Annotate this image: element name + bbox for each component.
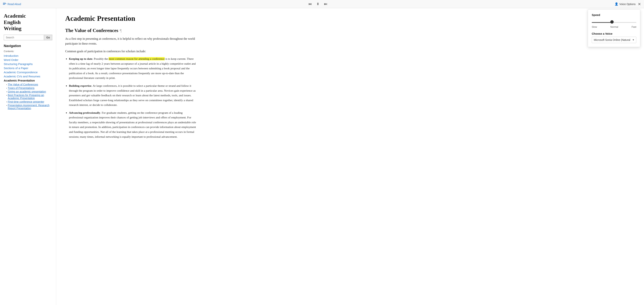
nav-title: Navigation: [4, 44, 52, 48]
nav-item-word-order: Word Order: [4, 58, 52, 62]
search-input[interactable]: [4, 35, 44, 40]
paragraph-2: Common goals of participation in confere…: [65, 49, 197, 54]
nav-sub-link-giving[interactable]: Giving an academic presentation: [8, 90, 46, 93]
speed-slider-wrap: [592, 20, 636, 24]
prev-button[interactable]: ⏮: [308, 2, 312, 6]
bullet-term-1: Keeping up to date: [69, 57, 92, 60]
voice-options-label: Voice Options: [620, 2, 636, 6]
nav-sub-item-types: Types of Presentations: [6, 86, 52, 90]
nav-item-presentation: Academic Presentation The Value of Confe…: [4, 79, 52, 110]
bullet-term-3: Advancing professionally: [69, 111, 100, 114]
sidebar-title: Academic English Writing: [4, 13, 52, 32]
nav-sub-item-conferences: The Value of Conferences: [6, 83, 52, 86]
read-aloud-label: Read Aloud: [8, 2, 21, 6]
voice-select-wrap: Microsoft Sonia Online (Natural) – ▼: [592, 37, 636, 43]
voice-options-button[interactable]: 👤 Voice Options: [614, 2, 636, 6]
fast-label: Fast: [632, 26, 636, 28]
nav-sub-link-types[interactable]: Types of Presentations: [8, 86, 34, 90]
voice-select[interactable]: Microsoft Sonia Online (Natural) –: [592, 37, 636, 43]
nav-sub-link-first-time[interactable]: First-time conference presenter: [8, 100, 44, 103]
section-title: The Value of Conferences ¶: [65, 28, 197, 33]
speed-section: Speed Slow Normal Fast: [592, 13, 636, 28]
close-button[interactable]: ✕: [638, 2, 641, 6]
nav-link-sections[interactable]: Sections of a Paper: [4, 66, 28, 70]
pilcrow-icon: ¶: [120, 28, 122, 33]
nav-link-cvs[interactable]: Academic CVs and Resumes: [4, 75, 40, 78]
sidebar-title-line1: Academic: [4, 13, 26, 19]
nav-item-sections: Sections of a Paper: [4, 66, 52, 70]
bullet-keeping-up: Keeping up to date. Possibly the most co…: [69, 56, 197, 80]
nav-list: Introduction Word Order Structuring Para…: [4, 54, 52, 110]
nav-sub-link-conferences[interactable]: The Value of Conferences: [8, 83, 38, 86]
choose-voice-label: Choose a Voice: [592, 32, 636, 35]
nav-item-structuring: Structuring Paragraphs: [4, 62, 52, 66]
highlighted-text: most common reason for attending a confe…: [109, 57, 165, 60]
voice-panel: Speed Slow Normal Fast Choose a Voice Mi…: [588, 9, 640, 47]
nav-link-correspondence[interactable]: Academic Correspondence: [4, 71, 38, 74]
page-title: Academic Presentation: [65, 14, 197, 22]
nav-sub-link-assignment[interactable]: Presentation Assignment: Research Report…: [8, 104, 52, 110]
normal-label: Normal: [610, 26, 618, 28]
bullet-building-expertise: Building expertise. At large conferences…: [69, 83, 197, 107]
search-button[interactable]: Go: [44, 35, 52, 40]
speed-slider[interactable]: [592, 22, 636, 23]
bullet-term-2: Building expertise: [69, 84, 92, 87]
sidebar-title-line2: English: [4, 19, 20, 25]
slow-label: Slow: [592, 26, 597, 28]
nav-sub-item-best-practices: Best Practices for Preparing an Academic…: [6, 94, 52, 100]
nav-sub-link-best-practices[interactable]: Best Practices for Preparing an Academic…: [8, 94, 52, 100]
nav-sub-item-first-time: First-time conference presenter: [6, 100, 52, 103]
search-row: Go: [4, 35, 52, 40]
nav-item-introduction: Introduction: [4, 54, 52, 58]
sidebar-title-line3: Writing: [4, 26, 21, 31]
paragraph-1: As a first step in presenting at confere…: [65, 36, 197, 46]
nav-item-correspondence: Academic Correspondence: [4, 71, 52, 74]
nav-sub-item-giving: Giving an academic presentation: [6, 90, 52, 93]
bullet-list: Keeping up to date. Possibly the most co…: [69, 56, 197, 139]
speed-label: Speed: [592, 13, 636, 16]
nav-label-presentation: Academic Presentation: [4, 79, 35, 82]
contents-label: Contents:: [4, 50, 52, 53]
nav-sub-list: The Value of Conferences Types of Presen…: [4, 83, 52, 110]
content-area: Academic Presentation The Value of Confe…: [56, 8, 206, 305]
person-icon: 👤: [614, 2, 618, 6]
top-bar-right: 👤 Voice Options ✕: [614, 2, 641, 6]
pause-button[interactable]: ⏸: [316, 2, 320, 6]
section-title-text: The Value of Conferences: [65, 28, 118, 33]
nav-item-cvs: Academic CVs and Resumes: [4, 75, 52, 78]
sidebar: Academic English Writing Go Navigation C…: [0, 8, 56, 305]
nav-link-word-order[interactable]: Word Order: [4, 58, 18, 62]
speed-labels: Slow Normal Fast: [592, 26, 636, 28]
top-bar-left: Read Aloud: [3, 2, 21, 6]
read-aloud-icon: [3, 3, 6, 6]
read-aloud-button[interactable]: Read Aloud: [3, 2, 21, 6]
nav-link-introduction[interactable]: Introduction: [4, 54, 18, 57]
top-bar: Read Aloud ⏮ ⏸ ⏭ 👤 Voice Options ✕: [0, 0, 644, 8]
nav-link-structuring[interactable]: Structuring Paragraphs: [4, 62, 32, 66]
next-button[interactable]: ⏭: [324, 2, 328, 6]
main-layout: Academic English Writing Go Navigation C…: [0, 8, 644, 305]
media-controls: ⏮ ⏸ ⏭: [308, 2, 328, 6]
nav-sub-item-assignment: Presentation Assignment: Research Report…: [6, 104, 52, 110]
bullet-advancing: Advancing professionally. For graduate s…: [69, 110, 197, 139]
